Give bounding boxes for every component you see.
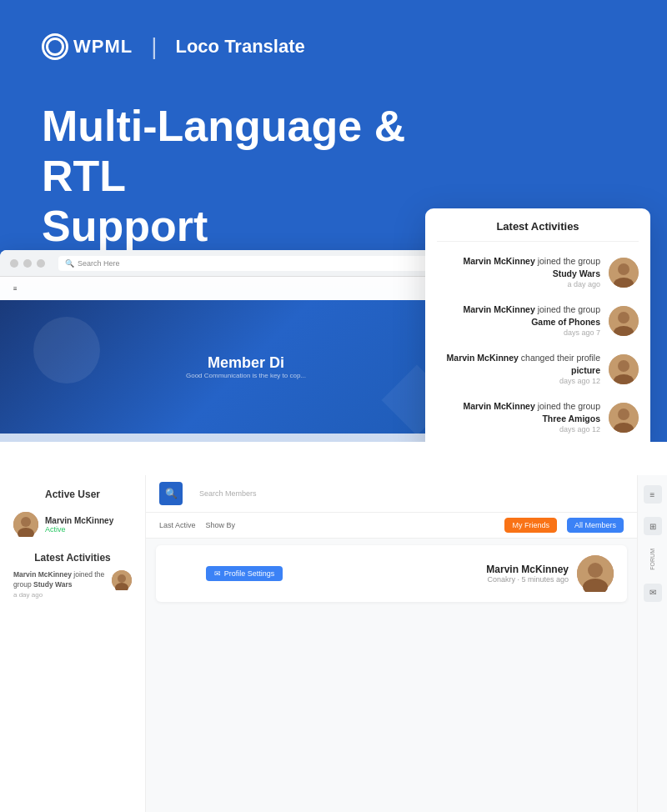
activity-item-4: Marvin McKinney joined the group Three A… [425,393,650,442]
bottom-mockup: Active User Marvin McKinney Active Lates… [0,475,667,812]
active-user-title: Active User [13,489,132,500]
browser-dot-1 [10,259,18,268]
browser-bar: 🔍 Search Here BLOG [0,250,492,277]
right-icon-bar: ≡ ⊞ FORUM ✉ [637,475,667,812]
search-members-input[interactable]: Search Members [193,486,624,501]
logo-bar: WPML | Loco Translate [42,33,625,60]
member-details: ✉ Profile Settings [169,566,365,581]
member-card-info: ✉ Profile Settings [169,566,365,581]
member-name-meta: ✉ Profile Settings [169,566,319,581]
search-button[interactable]: 🔍 [159,482,183,505]
nav-link: ≡ [13,285,18,293]
activity-avatar-1 [609,258,639,288]
last-active-label: Last Active [159,521,196,529]
activity-avatar-4 [609,403,639,433]
wpml-text: WPML [73,36,133,58]
activity-avatar-2 [609,306,639,336]
avatar-svg-2 [609,306,639,336]
hero-banner-title: Member Di [208,354,284,372]
show-by-label: Show By [206,521,236,529]
member-card: ✉ Profile Settings Marvin McKinney Conak… [156,545,627,602]
svg-point-7 [618,360,629,372]
hero-banner-subtitle: Good Communication is the key to cop... [186,372,306,379]
hero-banner-area: Member Di Good Communication is the key … [0,300,492,434]
active-user-avatar-svg [13,512,38,537]
icon-dot-2[interactable]: ⊞ [644,517,662,535]
active-user-item: Marvin McKinney Active [13,509,132,540]
svg-point-19 [588,563,603,578]
filter-row: Last Active Show By My Friends All Membe… [146,513,637,539]
activity-item-3: Marvin McKinney changed their profile pi… [425,345,650,393]
sidebar-avatar-svg [112,570,132,590]
envelope-icon: ✉ [214,569,221,578]
all-members-btn[interactable]: All Members [567,518,624,533]
svg-point-13 [21,517,31,527]
activity-text-4: Marvin McKinney joined the group Three A… [437,400,600,435]
activity-item-1: Marvin McKinney joined the group Study W… [425,248,650,297]
sidebar-activity-avatar [112,570,132,590]
member-avatar-svg [577,555,614,592]
member-avatar [577,555,614,592]
main-content: 🔍 Search Members Last Active Show By My … [146,475,637,812]
sidebar-activity-text: Marvin McKinney joined the group Study W… [13,570,107,599]
member-name: Marvin McKinney [374,564,569,575]
search-icon: 🔍 [165,488,178,499]
wpml-logo: WPML [42,33,133,60]
hero-section: WPML | Loco Translate Multi-Language & R… [0,0,667,442]
member-info: Marvin McKinney Conakry · 5 minutes ago [374,564,569,584]
active-user-avatar [13,512,38,537]
activity-avatar-3 [609,354,639,384]
svg-point-4 [618,312,629,323]
browser-dot-2 [23,259,32,268]
wpml-icon [42,33,68,60]
browser-address-bar: 🔍 Search Here [58,256,450,271]
activities-card-title: Latest Activities [437,220,639,242]
members-toolbar: 🔍 Search Members [146,475,637,513]
active-user-info: Marvin McKinney Active [45,516,113,534]
icon-dot-1[interactable]: ≡ [644,485,662,504]
svg-point-16 [118,574,126,583]
mockup-container: 🔍 Search Here BLOG ≡ Member Di Good Comm… [0,217,667,442]
svg-point-1 [618,263,629,275]
bottom-section: Active User Marvin McKinney Active Lates… [0,442,667,812]
browser-mockup: 🔍 Search Here BLOG ≡ Member Di Good Comm… [0,250,492,442]
active-user-status: Active [45,525,113,534]
activities-card: Latest Activities Marvin McKinney joined… [425,208,650,442]
member-meta: Conakry · 5 minutes ago [374,575,569,584]
avatar-svg-3 [609,354,639,384]
profile-settings-button[interactable]: ✉ Profile Settings [206,566,283,581]
activity-item-2: Marvin McKinney joined the group Game of… [425,297,650,345]
activity-text-3: Marvin McKinney changed their profile pi… [437,352,600,387]
activity-text-1: Marvin McKinney joined the group Study W… [437,255,600,290]
loco-translate-label: Loco Translate [175,36,304,58]
active-user-name: Marvin McKinney [45,516,113,525]
sidebar-panel: Active User Marvin McKinney Active Lates… [0,475,146,812]
avatar-svg-4 [609,403,639,433]
activity-text-2: Marvin McKinney joined the group Game of… [437,303,600,338]
browser-nav-strip: ≡ [0,277,492,300]
avatar-svg-1 [609,258,639,288]
browser-content: ≡ Member Di Good Communication is the ke… [0,277,492,442]
forum-label: FORUM [649,549,655,570]
logo-divider: | [151,33,157,60]
sidebar-activities-title: Latest Activities [13,552,132,564]
svg-point-10 [618,409,629,420]
icon-dot-3[interactable]: ✉ [644,584,662,602]
browser-dot-3 [37,259,45,268]
my-friends-btn[interactable]: My Friends [504,518,557,533]
sidebar-activity-item: Marvin McKinney joined the group Study W… [13,570,132,599]
